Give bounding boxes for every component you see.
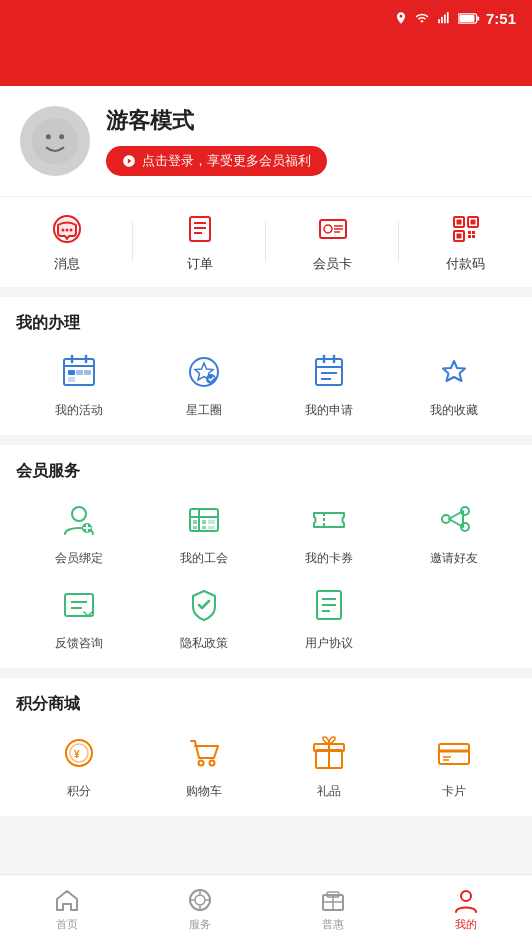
wifi-icon — [414, 11, 430, 25]
member-row2: 反馈咨询 隐私政策 — [16, 583, 516, 652]
agreement[interactable]: 用户协议 — [266, 583, 391, 652]
privacy[interactable]: 隐私政策 — [141, 583, 266, 652]
gift-item[interactable]: 礼品 — [266, 731, 391, 800]
quick-action-message[interactable]: 消息 — [0, 211, 133, 273]
union-icon — [182, 498, 226, 542]
nav-profile[interactable]: 我的 — [399, 875, 532, 944]
quick-action-order[interactable]: 订单 — [133, 211, 266, 273]
my-favorites[interactable]: 我的收藏 — [391, 350, 516, 419]
member-bind-label: 会员绑定 — [55, 550, 103, 567]
star-circle[interactable]: 星工圈 — [141, 350, 266, 419]
member-bind[interactable]: 会员绑定 — [16, 498, 141, 567]
svg-rect-0 — [438, 19, 440, 23]
membercard-icon — [315, 211, 351, 247]
svg-rect-38 — [68, 370, 75, 375]
feedback-icon — [57, 583, 101, 627]
svg-rect-58 — [202, 520, 206, 524]
profile-card: 游客模式 点击登录，享受更多会员福利 — [0, 86, 532, 197]
profile-info: 游客模式 点击登录，享受更多会员福利 — [106, 106, 327, 176]
invite-label: 邀请好友 — [430, 550, 478, 567]
svg-rect-60 — [202, 526, 206, 529]
apply-label: 我的申请 — [305, 402, 353, 419]
svg-rect-6 — [459, 15, 474, 22]
svg-point-87 — [195, 895, 205, 905]
agreement-icon — [307, 583, 351, 627]
points-grid: ¥ 积分 购物车 — [16, 731, 516, 800]
privacy-label: 隐私政策 — [180, 635, 228, 652]
profile-nav-icon — [453, 887, 479, 913]
svg-rect-32 — [468, 235, 471, 238]
my-union[interactable]: 我的工会 — [141, 498, 266, 567]
svg-point-50 — [72, 507, 86, 521]
svg-rect-61 — [208, 520, 215, 524]
my-section-grid: 我的活动 星工圈 — [16, 350, 516, 419]
quick-actions: 消息 订单 — [0, 197, 532, 287]
card-item[interactable]: 卡片 — [391, 731, 516, 800]
invite-icon — [432, 498, 476, 542]
nav-home[interactable]: 首页 — [0, 875, 133, 944]
message-label: 消息 — [54, 255, 80, 273]
svg-point-77 — [198, 761, 203, 766]
svg-point-20 — [324, 225, 332, 233]
points-label: 积分 — [67, 783, 91, 800]
svg-point-7 — [32, 118, 79, 165]
svg-point-14 — [69, 229, 72, 232]
points-item[interactable]: ¥ 积分 — [16, 731, 141, 800]
cart-item[interactable]: 购物车 — [141, 731, 266, 800]
svg-rect-40 — [84, 370, 91, 375]
app-header — [0, 36, 532, 86]
content-area: 游客模式 点击登录，享受更多会员福利 消息 — [0, 86, 532, 924]
svg-rect-29 — [456, 234, 461, 239]
star-circle-icon — [182, 350, 226, 394]
nav-service[interactable]: 服务 — [133, 875, 266, 944]
membercard-label: 会员卡 — [313, 255, 352, 273]
points-icon: ¥ — [57, 731, 101, 775]
profile-name: 游客模式 — [106, 106, 327, 136]
feedback[interactable]: 反馈咨询 — [16, 583, 141, 652]
location-icon — [394, 11, 408, 25]
card-icon — [432, 731, 476, 775]
svg-rect-27 — [456, 220, 461, 225]
nav-service-label: 服务 — [189, 917, 211, 932]
svg-point-12 — [61, 229, 64, 232]
quick-action-membercard[interactable]: 会员卡 — [266, 211, 399, 273]
my-activity[interactable]: 我的活动 — [16, 350, 141, 419]
my-section: 我的办理 我的活动 — [0, 297, 532, 435]
invite-friend[interactable]: 邀请好友 — [391, 498, 516, 567]
favorites-icon — [432, 350, 476, 394]
order-label: 订单 — [187, 255, 213, 273]
favorites-label: 我的收藏 — [430, 402, 478, 419]
bottom-nav: 首页 服务 普惠 我的 — [0, 874, 532, 944]
login-btn-label: 点击登录，享受更多会员福利 — [142, 152, 311, 170]
svg-rect-41 — [68, 377, 75, 382]
my-coupon[interactable]: 我的卡券 — [266, 498, 391, 567]
svg-rect-67 — [65, 594, 93, 616]
svg-rect-59 — [193, 526, 197, 529]
service-icon — [187, 887, 213, 913]
status-bar: 7:51 — [0, 0, 532, 36]
svg-text:¥: ¥ — [74, 749, 80, 760]
activity-label: 我的活动 — [55, 402, 103, 419]
svg-point-78 — [209, 761, 214, 766]
svg-rect-62 — [208, 526, 215, 529]
my-apply[interactable]: 我的申请 — [266, 350, 391, 419]
svg-point-96 — [461, 891, 471, 901]
gift-label: 礼品 — [317, 783, 341, 800]
nav-benefits[interactable]: 普惠 — [266, 875, 399, 944]
battery-icon — [458, 12, 480, 25]
home-icon — [54, 887, 80, 913]
svg-rect-2 — [444, 15, 446, 24]
quick-action-qrcode[interactable]: 付款码 — [399, 211, 532, 273]
card-label: 卡片 — [442, 783, 466, 800]
avatar — [20, 106, 90, 176]
svg-rect-28 — [470, 220, 475, 225]
member-section-title: 会员服务 — [16, 461, 516, 482]
svg-rect-33 — [472, 235, 475, 238]
points-section: 积分商城 ¥ 积分 — [0, 678, 532, 816]
coupon-icon — [307, 498, 351, 542]
nav-home-label: 首页 — [56, 917, 78, 932]
benefits-icon — [320, 887, 346, 913]
login-button[interactable]: 点击登录，享受更多会员福利 — [106, 146, 327, 176]
svg-rect-30 — [468, 231, 471, 234]
my-section-title: 我的办理 — [16, 313, 516, 334]
